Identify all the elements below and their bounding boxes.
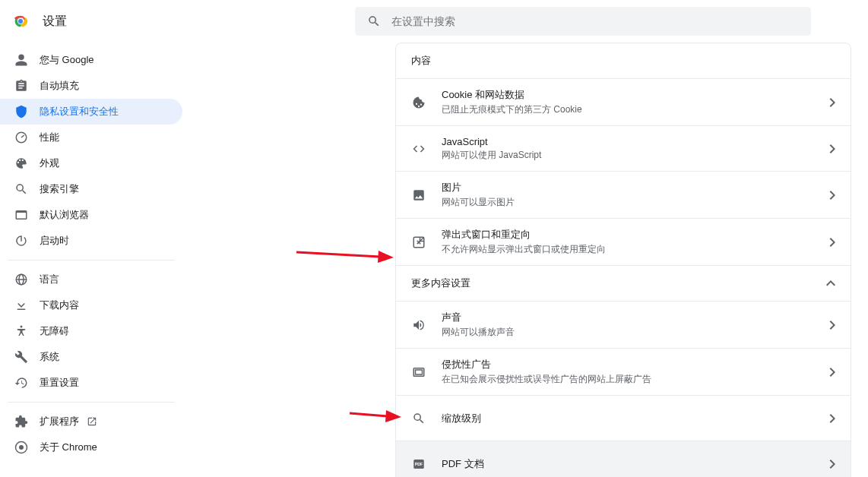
search-icon [367, 14, 381, 28]
sidebar-item-accessibility[interactable]: 无障碍 [0, 318, 182, 344]
row-title: 侵扰性广告 [442, 358, 829, 371]
row-ads[interactable]: 侵扰性广告在已知会展示侵扰性或误导性广告的网站上屏蔽广告 [396, 348, 851, 395]
svg-line-19 [350, 413, 388, 416]
row-sub: 网站可以使用 JavaScript [442, 149, 829, 162]
chevron-right-icon [829, 321, 835, 330]
content-card: 内容 Cookie 和网站数据已阻止无痕模式下的第三方 Cookie JavaS… [395, 43, 851, 477]
puzzle-icon [14, 414, 29, 429]
row-title: JavaScript [442, 136, 829, 147]
row-images[interactable]: 图片网站可以显示图片 [396, 171, 851, 218]
row-title: 弹出式窗口和重定向 [442, 228, 829, 242]
sidebar-item-default-browser[interactable]: 默认浏览器 [0, 202, 182, 228]
svg-marker-18 [378, 251, 394, 263]
svg-line-17 [296, 252, 380, 257]
palette-icon [14, 156, 29, 171]
chevron-right-icon [829, 414, 835, 423]
shield-icon [14, 104, 29, 119]
row-sub: 不允许网站显示弹出式窗口或使用重定向 [442, 243, 829, 256]
sidebar-item-you-google[interactable]: 您与 Google [0, 47, 182, 73]
sidebar-item-autofill[interactable]: 自动填充 [0, 73, 182, 99]
power-icon [14, 233, 29, 248]
sidebar-label: 系统 [40, 350, 59, 364]
search-box[interactable] [355, 7, 811, 36]
section-header-more[interactable]: 更多内容设置 [396, 265, 851, 301]
row-popups[interactable]: 弹出式窗口和重定向不允许网站显示弹出式窗口或使用重定向 [396, 218, 851, 265]
annotation-arrow-2 [350, 406, 403, 424]
code-icon [411, 141, 426, 156]
sound-icon [411, 317, 426, 333]
globe-icon [14, 272, 29, 287]
row-title: PDF 文档 [442, 457, 829, 471]
row-sub: 网站可以显示图片 [442, 196, 829, 209]
person-icon [14, 52, 29, 68]
sidebar-label: 性能 [40, 131, 59, 144]
chevron-up-icon [826, 280, 835, 286]
chrome-icon [14, 440, 29, 455]
sidebar-label: 搜索引擎 [40, 182, 79, 196]
window-icon [411, 365, 426, 380]
pdf-icon: PDF [411, 456, 426, 472]
sidebar-label: 无障碍 [40, 324, 69, 338]
sidebar-item-reset[interactable]: 重置设置 [0, 370, 182, 396]
svg-text:PDF: PDF [415, 462, 423, 466]
svg-line-4 [21, 135, 24, 137]
row-sound[interactable]: 声音网站可以播放声音 [396, 301, 851, 348]
svg-rect-13 [416, 370, 423, 374]
row-sub: 已阻止无痕模式下的第三方 Cookie [442, 103, 829, 116]
annotation-arrow-1 [296, 245, 395, 263]
sidebar-label: 语言 [40, 273, 59, 286]
sidebar-label: 启动时 [40, 234, 69, 248]
browser-icon [14, 207, 29, 223]
download-icon [14, 298, 29, 313]
sidebar-item-downloads[interactable]: 下载内容 [0, 292, 182, 318]
sidebar-label: 自动填充 [40, 79, 79, 93]
chevron-right-icon [829, 238, 835, 247]
row-sub: 在已知会展示侵扰性或误导性广告的网站上屏蔽广告 [442, 373, 829, 386]
clipboard-icon [14, 78, 29, 93]
sidebar-label: 外观 [40, 156, 59, 170]
row-title: 声音 [442, 311, 829, 324]
history-icon [14, 375, 29, 390]
chevron-right-icon [829, 98, 835, 107]
search-input[interactable] [391, 15, 799, 27]
row-zoom[interactable]: 缩放级别 [396, 395, 851, 441]
section-title: 更多内容设置 [411, 276, 826, 290]
row-title: 缩放级别 [442, 412, 829, 425]
wrench-icon [14, 349, 29, 365]
svg-marker-20 [385, 410, 401, 422]
sidebar-label: 隐私设置和安全性 [40, 105, 119, 118]
cookie-icon [411, 95, 426, 110]
chevron-right-icon [829, 368, 835, 377]
sidebar-label: 关于 Chrome [40, 441, 97, 454]
image-icon [411, 188, 426, 203]
sidebar: 您与 Google 自动填充 隐私设置和安全性 性能 外观 搜索引擎 默认浏览器 [0, 43, 182, 477]
svg-point-8 [21, 326, 23, 328]
sidebar-item-appearance[interactable]: 外观 [0, 150, 182, 176]
search-icon [14, 182, 29, 197]
sidebar-item-system[interactable]: 系统 [0, 344, 182, 370]
accessibility-icon [14, 324, 29, 339]
svg-point-10 [19, 445, 24, 450]
section-title: 内容 [411, 54, 835, 68]
row-cookies[interactable]: Cookie 和网站数据已阻止无痕模式下的第三方 Cookie [396, 78, 851, 125]
row-pdf[interactable]: PDF PDF 文档 [396, 441, 851, 477]
popup-icon [411, 235, 426, 250]
sidebar-item-privacy[interactable]: 隐私设置和安全性 [0, 99, 182, 125]
sidebar-item-performance[interactable]: 性能 [0, 125, 182, 150]
sidebar-item-startup[interactable]: 启动时 [0, 228, 182, 254]
chrome-logo-icon [12, 13, 29, 30]
sidebar-label: 下载内容 [40, 299, 79, 312]
page-title: 设置 [43, 14, 67, 30]
sidebar-item-extensions[interactable]: 扩展程序 [0, 409, 182, 434]
open-in-new-icon [87, 416, 97, 427]
chevron-right-icon [829, 191, 835, 200]
row-title: 图片 [442, 181, 829, 194]
chevron-right-icon [829, 144, 835, 153]
sidebar-label: 扩展程序 [40, 415, 79, 428]
sidebar-item-about[interactable]: 关于 Chrome [0, 434, 182, 460]
row-javascript[interactable]: JavaScript网站可以使用 JavaScript [396, 125, 851, 171]
section-header-content: 内容 [396, 43, 851, 78]
sidebar-item-search-engine[interactable]: 搜索引擎 [0, 176, 182, 202]
divider [8, 260, 175, 261]
sidebar-item-language[interactable]: 语言 [0, 267, 182, 292]
